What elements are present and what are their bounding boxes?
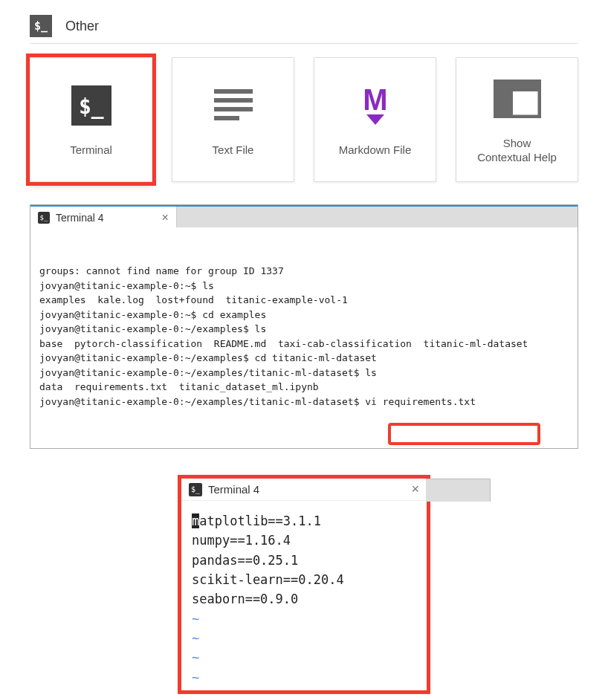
- vi-editor-wrapper: $_ Terminal 4 × matplotlib==3.1.1numpy==…: [30, 475, 578, 694]
- tab-title: Terminal 4: [56, 212, 104, 224]
- launcher-cards: $_ Terminal Text File M Markdown File: [30, 57, 578, 182]
- card-text-file[interactable]: Text File: [172, 57, 294, 182]
- vi-empty-line-tilde: ~: [192, 648, 416, 667]
- card-contextual-help[interactable]: Show Contextual Help: [456, 57, 578, 182]
- terminal-line: groups: cannot find name for group ID 13…: [39, 264, 569, 279]
- tab-strip: $_ Terminal 4 ×: [30, 205, 578, 227]
- vi-line: matplotlib==3.1.1: [192, 511, 416, 531]
- terminal-panel-main: $_ Terminal 4 × groups: cannot find name…: [30, 204, 578, 449]
- svg-rect-9: [495, 81, 540, 91]
- terminal-output[interactable]: groups: cannot find name for group ID 13…: [30, 227, 578, 448]
- terminal-line: jovyan@titanic-example-0:~/examples/tita…: [39, 395, 569, 409]
- vi-cursor: m: [192, 513, 199, 528]
- terminal-line: jovyan@titanic-example-0:~/examples/tita…: [39, 366, 569, 380]
- svg-rect-5: [214, 116, 239, 120]
- terminal-prompt-icon: $_: [30, 15, 52, 37]
- vi-line: scikit-learn==0.20.4: [192, 570, 416, 589]
- vi-editor-content[interactable]: matplotlib==3.1.1numpy==1.16.4pandas==0.…: [181, 501, 427, 690]
- vi-line: numpy==1.16.4: [192, 531, 416, 550]
- terminal-line: jovyan@titanic-example-0:~$ ls: [39, 279, 569, 294]
- card-label: Show Contextual Help: [470, 136, 564, 165]
- tab-terminal-4[interactable]: $_ Terminal 4 ×: [30, 207, 177, 229]
- terminal-tab-icon: $_: [189, 483, 202, 496]
- vi-empty-line-tilde: ~: [192, 609, 416, 629]
- card-terminal[interactable]: $_ Terminal: [30, 57, 152, 182]
- terminal-line: base pytorch-classification README.md ta…: [39, 337, 569, 351]
- section-header: $_ Other: [30, 15, 578, 44]
- card-label: Text File: [205, 143, 262, 158]
- panel-layout-icon: [494, 75, 541, 123]
- svg-marker-7: [366, 114, 384, 125]
- terminal-line: jovyan@titanic-example-0:~$ cd examples: [39, 308, 569, 323]
- close-icon[interactable]: ×: [162, 211, 169, 224]
- terminal-line: data requirements.txt titanic_dataset_ml…: [39, 380, 569, 395]
- vi-tab-strip: $_ Terminal 4 ×: [181, 479, 427, 501]
- vi-empty-line-tilde: ~: [192, 668, 416, 687]
- svg-rect-2: [214, 89, 253, 94]
- svg-rect-10: [495, 91, 513, 117]
- text-lines-icon: [211, 82, 256, 129]
- card-label: Terminal: [62, 143, 120, 158]
- vi-empty-line-tilde: ~: [192, 629, 416, 648]
- terminal-icon: $_: [68, 82, 114, 129]
- terminal-line: examples kale.log lost+found titanic-exa…: [39, 293, 569, 308]
- markdown-icon: M: [353, 82, 398, 129]
- tab-title: Terminal 4: [208, 483, 259, 496]
- section-title: Other: [65, 19, 99, 34]
- vi-line: seaborn==0.9.0: [192, 589, 416, 609]
- vi-line: pandas==0.25.1: [192, 551, 416, 570]
- card-label: Markdown File: [332, 143, 419, 158]
- vi-editor-panel: $_ Terminal 4 × matplotlib==3.1.1numpy==…: [178, 475, 430, 694]
- terminal-line: jovyan@titanic-example-0:~/examples$ ls: [39, 322, 569, 337]
- svg-rect-3: [214, 98, 253, 103]
- svg-text:$_: $_: [79, 94, 104, 119]
- close-icon[interactable]: ×: [411, 482, 419, 497]
- svg-text:M: M: [363, 83, 387, 116]
- card-markdown-file[interactable]: M Markdown File: [314, 57, 436, 182]
- terminal-line: jovyan@titanic-example-0:~/examples$ cd …: [39, 351, 569, 366]
- tab-terminal-4-vi[interactable]: $_ Terminal 4: [189, 483, 411, 496]
- svg-rect-4: [214, 107, 253, 111]
- highlight-vi-command: [388, 423, 540, 445]
- terminal-tab-icon: $_: [38, 212, 50, 224]
